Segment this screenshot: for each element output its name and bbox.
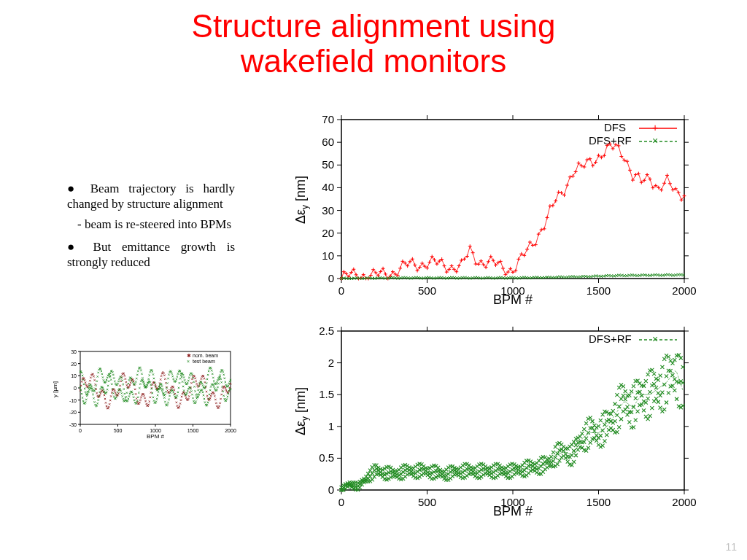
svg-text:0: 0: [328, 483, 334, 496]
svg-text:70: 70: [322, 113, 334, 125]
svg-text:-20: -20: [69, 410, 77, 415]
svg-text:-30: -30: [69, 422, 77, 427]
top-chart: 010203040506070 0500100015002000 Δεy [nm…: [290, 112, 703, 309]
svg-text:1500: 1500: [587, 496, 611, 508]
svg-text:30: 30: [71, 349, 77, 354]
svg-text:2000: 2000: [672, 284, 696, 297]
svg-text:0: 0: [328, 272, 334, 284]
mini-chart: -30-20-100102030 0500100015002000 y [µm]…: [50, 346, 239, 440]
svg-text:0: 0: [79, 428, 82, 433]
svg-text:✱: ✱: [187, 353, 191, 358]
svg-text:0.5: 0.5: [319, 451, 334, 464]
svg-text:DFS: DFS: [604, 121, 626, 133]
svg-text:+: +: [652, 122, 658, 133]
bullet-list: Beam trajectory is hardly changed by str…: [67, 181, 235, 274]
svg-text:500: 500: [418, 496, 436, 508]
svg-text:test beam: test beam: [193, 359, 215, 364]
svg-text:20: 20: [71, 362, 77, 367]
svg-text:2000: 2000: [225, 428, 236, 433]
mini-ylabel: y [µm]: [52, 381, 58, 397]
svg-text:0: 0: [338, 496, 344, 508]
top-ylabel: Δεy [nm]: [293, 176, 310, 224]
bottom-chart: 00.511.522.5 0500100015002000 Δεy [nm] B…: [290, 324, 703, 521]
bot-xlabel: BPM #: [493, 504, 533, 518]
svg-text:0: 0: [74, 386, 77, 391]
svg-text:2: 2: [328, 357, 334, 369]
slide-title: Structure alignment using wakefield moni…: [0, 9, 747, 79]
svg-text:1500: 1500: [587, 284, 611, 297]
bullet-2: But emittance growth is strongly reduced: [67, 239, 235, 271]
svg-rect-1235: [341, 120, 684, 279]
svg-text:DFS+RF: DFS+RF: [589, 332, 632, 345]
svg-text:40: 40: [322, 181, 334, 193]
svg-text:1.5: 1.5: [319, 388, 334, 400]
svg-text:×: ×: [187, 359, 190, 364]
bot-ylabel: Δεy [nm]: [293, 387, 310, 435]
svg-text:0: 0: [338, 284, 344, 297]
svg-text:1: 1: [328, 420, 334, 432]
bullet-1-sub: beam is re-steered into BPMs: [77, 217, 235, 232]
svg-text:10: 10: [322, 249, 334, 262]
mini-xlabel: BPM #: [147, 433, 165, 440]
top-xlabel: BPM #: [493, 292, 533, 307]
svg-text:30: 30: [322, 204, 334, 217]
svg-text:×: ×: [652, 333, 658, 345]
svg-text:2.5: 2.5: [319, 324, 334, 337]
svg-text:10: 10: [71, 373, 77, 378]
svg-text:500: 500: [114, 428, 123, 433]
svg-text:1000: 1000: [150, 428, 161, 433]
page-number: 11: [725, 541, 737, 553]
svg-text:60: 60: [322, 136, 334, 148]
svg-text:500: 500: [418, 284, 436, 297]
svg-text:×: ×: [652, 135, 658, 147]
svg-text:50: 50: [322, 158, 334, 171]
svg-text:1500: 1500: [187, 428, 199, 433]
svg-text:2000: 2000: [672, 496, 696, 508]
bullet-1: Beam trajectory is hardly changed by str…: [67, 181, 235, 212]
svg-text:20: 20: [322, 227, 334, 239]
svg-text:nom. beam: nom. beam: [193, 353, 218, 358]
svg-text:-10: -10: [69, 398, 77, 403]
